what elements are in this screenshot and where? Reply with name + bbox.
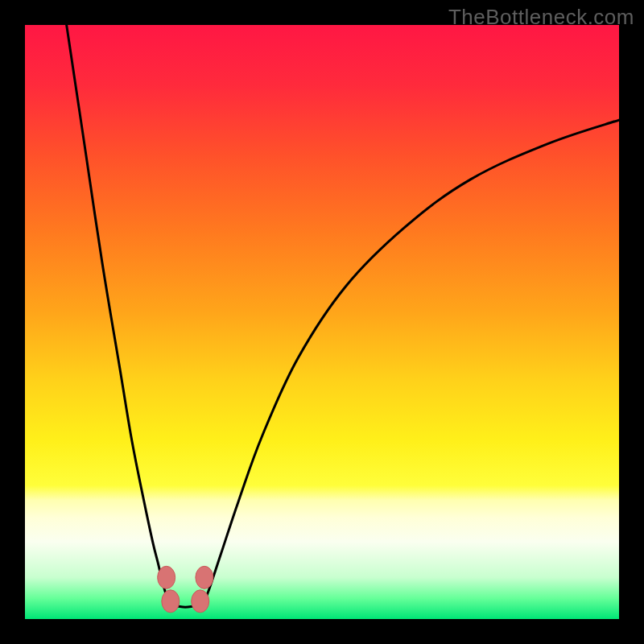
watermark-text: TheBottleneck.com xyxy=(448,5,634,30)
marker-point xyxy=(162,590,180,613)
marker-point xyxy=(192,590,209,613)
bottleneck-chart xyxy=(25,25,619,619)
marker-point xyxy=(158,566,175,588)
marker-point xyxy=(196,566,213,588)
gradient-background xyxy=(25,25,619,619)
outer-black-frame: TheBottleneck.com xyxy=(0,0,644,644)
